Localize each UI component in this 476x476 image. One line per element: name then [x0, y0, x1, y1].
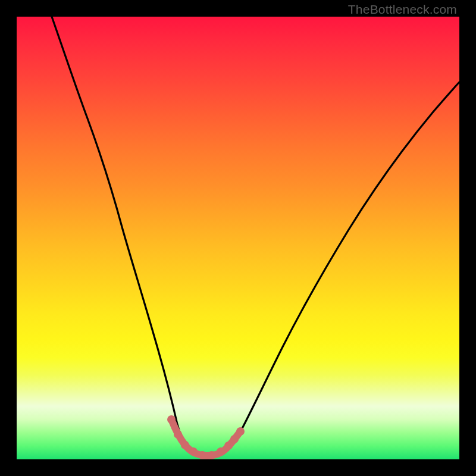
curve-layer — [17, 17, 459, 459]
watermark-text: TheBottleneck.com — [348, 2, 457, 17]
minimum-markers — [167, 415, 245, 459]
plot-area — [17, 17, 459, 459]
chart-frame: TheBottleneck.com — [0, 0, 476, 476]
bottleneck-curve — [52, 17, 459, 456]
